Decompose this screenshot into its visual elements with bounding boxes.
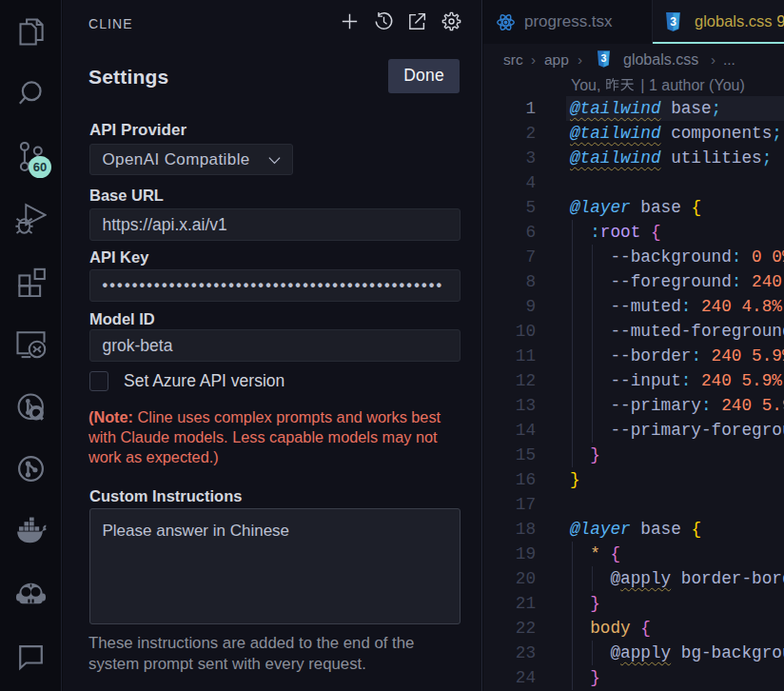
svg-text:3: 3 <box>601 52 607 64</box>
svg-text:3: 3 <box>670 15 676 29</box>
